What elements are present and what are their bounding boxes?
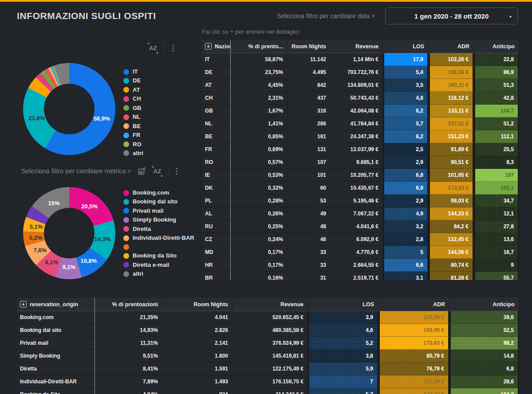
table-row: FR0,69%13112.037,99 €2,591,89 €25,5 xyxy=(202,143,519,156)
revenue-cell: 41.764,84 € xyxy=(331,117,383,130)
pct-cell: 7,89% xyxy=(95,375,162,388)
legend-item[interactable]: GB xyxy=(123,105,195,112)
los-cell: 6,8 xyxy=(383,169,429,182)
legend-label: Diretta e-mail xyxy=(133,262,169,269)
adr-cell: 144,23 € xyxy=(429,207,474,220)
table-row: IE0,53%10110.205,77 €6,8101,05 €197 xyxy=(202,169,519,182)
adr-heat-fill: 116,12 € xyxy=(429,92,474,105)
legend-dot-icon xyxy=(123,271,129,277)
donut-slice-label: 5,2% xyxy=(29,234,43,241)
legend-dot-icon xyxy=(123,244,129,250)
room-nights-cell: 101 xyxy=(288,169,331,182)
legend-item[interactable]: Diretta xyxy=(123,226,195,233)
los-heat-fill: 5,7 xyxy=(383,117,429,130)
anticipo-cell: 22,8 xyxy=(474,53,519,66)
row-label-cell: Individuali-Diretti-BAR xyxy=(17,375,95,388)
legend-item[interactable]: altri xyxy=(123,150,195,157)
anticipo-cell: 14,8 xyxy=(449,350,519,363)
column-header: Room Nights xyxy=(162,298,233,311)
nationality-legend: ITDEATCHGBNLBEFRROaltri xyxy=(123,69,195,157)
bar-chart-gear-icon[interactable] xyxy=(138,167,146,176)
pct-cell: 0,69% xyxy=(231,143,288,156)
legend-item[interactable]: NL xyxy=(123,114,195,121)
revenue-cell: 176.159,75 € xyxy=(233,375,308,388)
legend-item[interactable]: Booking da Sito xyxy=(123,253,195,259)
legend-item[interactable]: CH xyxy=(123,96,195,102)
pct-cell: 0,28% xyxy=(231,195,288,207)
page-title: INFORMAZIONI SUGLI OSPITI xyxy=(17,11,156,21)
legend-item[interactable]: AT xyxy=(123,87,195,94)
los-cell: 3,1 xyxy=(383,272,429,280)
legend-item[interactable]: Simply Booking xyxy=(123,217,195,223)
legend-item[interactable]: FR xyxy=(123,132,195,139)
anticipo-heat-fill: 86,9 xyxy=(474,66,519,79)
column-header: +Nazionalità xyxy=(202,40,231,53)
legend-item[interactable] xyxy=(123,244,195,250)
table-header-row: +Nazionalità% di prento...Room NightsRev… xyxy=(202,40,519,53)
sort-az-icon[interactable]: AZ xyxy=(148,45,158,51)
kebab-menu-icon[interactable] xyxy=(175,167,178,176)
room-nights-cell: 161 xyxy=(288,130,331,143)
legend-item[interactable]: Privati mail xyxy=(123,208,195,215)
legend-dot-icon xyxy=(123,87,129,93)
room-nights-cell: 1.493 xyxy=(162,375,233,388)
adr-cell: 90,51 € xyxy=(429,156,474,169)
legend-item[interactable]: Individuali-Diretti-BAR xyxy=(123,235,195,242)
legend-item[interactable]: Diretta e-mail xyxy=(123,262,195,269)
row-label-cell: Diretta xyxy=(17,363,95,375)
legend-item[interactable]: DE xyxy=(123,78,195,84)
legend-item[interactable]: Booking dal sito xyxy=(123,199,195,205)
row-label-cell: Booking dal sito xyxy=(17,324,95,337)
pct-cell: 4,45% xyxy=(231,79,288,92)
chart1-toolbar: AZ xyxy=(148,43,175,53)
los-cell: 7 xyxy=(308,375,378,388)
date-range-dropdown[interactable]: 1 gen 2020 - 28 ott 2020 ▾ xyxy=(385,8,518,24)
los-heat-fill: 6,9 xyxy=(383,182,429,195)
kebab-menu-icon[interactable] xyxy=(172,44,175,52)
legend-item[interactable]: Booking.com xyxy=(123,190,195,196)
revenue-cell: 6.092,9 € xyxy=(331,233,383,246)
pct-cell: 58,87% xyxy=(231,53,288,66)
row-label-cell: RO xyxy=(202,156,231,169)
expand-plus-icon[interactable]: + xyxy=(205,43,212,50)
adr-heat-fill: 81,28 € xyxy=(429,272,474,280)
pct-cell: 0,17% xyxy=(231,246,288,259)
legend-dot-icon xyxy=(123,150,129,156)
adr-cell: 91,89 € xyxy=(429,143,474,156)
column-header: +reservation_origin xyxy=(17,298,95,311)
pct-cell: 8,41% xyxy=(95,363,162,375)
anticipo-heat-fill: 104,3 xyxy=(449,388,519,394)
los-heat-fill: 17,9 xyxy=(383,53,429,66)
sort-az-icon[interactable]: AZ xyxy=(152,168,162,175)
los-cell: 6,9 xyxy=(383,182,429,195)
los-cell: 5,9 xyxy=(308,363,378,375)
donut-slice-label: 10,8% xyxy=(80,257,97,264)
legend-item[interactable]: RO xyxy=(123,141,195,148)
donut-slice-label: 58,9% xyxy=(94,115,110,121)
legend-item[interactable]: BE xyxy=(123,123,195,130)
anticipo-heat-fill: 52,5 xyxy=(449,324,519,337)
legend-dot-icon xyxy=(123,208,129,214)
anticipo-heat-fill: 27,8 xyxy=(474,220,519,233)
adr-heat-fill: 144,56 € xyxy=(429,246,474,259)
anticipo-cell: 112,1 xyxy=(474,130,519,143)
reservation-origin-donut-chart[interactable]: 20,5%14,3%10,8%9,1%8,1%7,6%5,2%5,1%15% xyxy=(23,187,115,279)
legend-dot-icon xyxy=(123,199,129,205)
legend-label: BE xyxy=(133,123,141,130)
anticipo-heat-fill: 98,2 xyxy=(449,337,519,350)
revenue-cell: 1,14 Mln € xyxy=(331,53,383,66)
legend-item[interactable]: altri xyxy=(123,271,195,277)
donut-slice-label: 14,3% xyxy=(95,235,111,242)
legend-item[interactable]: IT xyxy=(123,69,195,75)
adr-cell: 84,2 € xyxy=(429,220,474,233)
room-nights-cell: 33 xyxy=(288,246,331,259)
date-filter-hint: Seleziona filtro per cambiare data > xyxy=(248,12,375,20)
expand-plus-icon[interactable]: + xyxy=(20,301,27,308)
los-heat-fill: 2,5 xyxy=(383,143,429,156)
anticipo-cell: 39,6 xyxy=(449,311,519,324)
adr-heat-fill: 80,79 € xyxy=(378,350,449,363)
nationality-donut-chart[interactable]: 58,9%23,8% xyxy=(23,63,115,155)
adr-cell: 132,45 € xyxy=(429,233,474,246)
legend-dot-icon xyxy=(123,235,129,241)
legend-dot-icon xyxy=(123,69,129,75)
